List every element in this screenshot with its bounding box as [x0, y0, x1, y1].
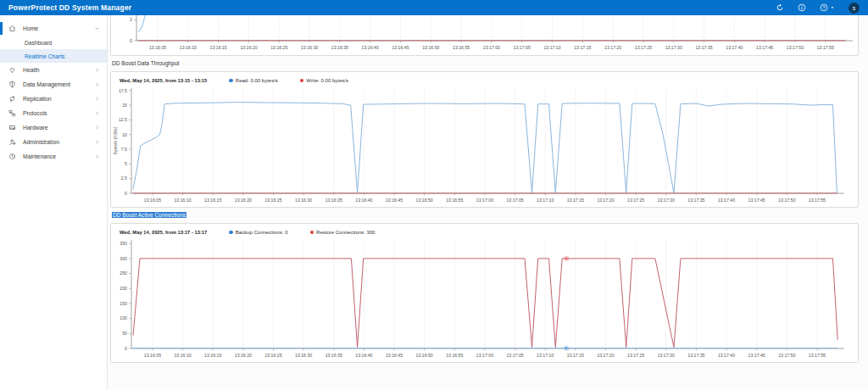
sidebar-item-hardware[interactable]: Hardware — [0, 120, 107, 135]
svg-text:13:17:55: 13:17:55 — [817, 45, 834, 50]
legend-item-backup: Backup Connections: 0 — [229, 230, 287, 235]
restore-series-dot — [310, 231, 314, 235]
svg-text:13:16:25: 13:16:25 — [270, 45, 287, 50]
svg-text:0: 0 — [125, 191, 127, 196]
sidebar-item-administration[interactable]: Administration — [0, 135, 107, 149]
connections-chart[interactable]: 13:16:0513:16:1013:16:1513:16:2013:16:25… — [111, 235, 858, 362]
protocols-icon — [8, 109, 16, 117]
chevron-right-icon — [94, 139, 100, 146]
app-header: PowerProtect DD System Manager ? s — [0, 0, 868, 15]
chevron-right-icon — [94, 153, 100, 160]
throughput-chart[interactable]: 13:16:0513:16:1013:16:1513:16:2013:16:25… — [111, 83, 858, 207]
connections-legend: Wed, May 14, 2025, from 13:17 - 13:17 Ba… — [111, 224, 858, 235]
svg-text:13:17:20: 13:17:20 — [597, 353, 614, 358]
svg-text:13:17:35: 13:17:35 — [687, 198, 704, 203]
svg-text:13:17:40: 13:17:40 — [726, 45, 743, 50]
svg-text:13:17:20: 13:17:20 — [597, 198, 614, 203]
svg-text:13:16:50: 13:16:50 — [422, 45, 439, 50]
svg-text:13:16:30: 13:16:30 — [295, 353, 312, 358]
legend-item-restore: Restore Connections: 300 — [310, 230, 376, 235]
svg-text:350: 350 — [120, 241, 127, 246]
legend-date: Wed, May 14, 2025, from 13:17 - 13:17 — [120, 230, 207, 235]
sidebar-item-realtime-charts[interactable]: Realtime Charts — [0, 49, 107, 63]
sidebar-item-maintenance[interactable]: Maintenance — [0, 149, 107, 164]
svg-text:13:17:50: 13:17:50 — [787, 45, 804, 50]
svg-text:13:16:55: 13:16:55 — [453, 45, 470, 50]
svg-text:13:16:35: 13:16:35 — [331, 45, 348, 50]
svg-text:13:17:15: 13:17:15 — [567, 353, 584, 358]
heart-icon — [8, 66, 16, 74]
svg-text:13:16:15: 13:16:15 — [204, 198, 221, 203]
chevron-right-icon — [94, 110, 100, 117]
user-admin-icon — [8, 138, 16, 146]
sidebar-item-protocols[interactable]: Protocols — [0, 106, 107, 120]
chart-card-connections: Wed, May 14, 2025, from 13:17 - 13:17 Ba… — [110, 223, 859, 363]
svg-text:100: 100 — [120, 315, 127, 320]
svg-text:13:16:15: 13:16:15 — [204, 353, 221, 358]
svg-text:13:16:05: 13:16:05 — [149, 45, 166, 50]
svg-text:13:17:55: 13:17:55 — [809, 198, 826, 203]
sidebar: Home Dashboard Realtime Charts Health Da… — [0, 15, 108, 390]
sidebar-item-home[interactable]: Home — [0, 21, 107, 36]
svg-text:Bytes/s (KiB/s): Bytes/s (KiB/s) — [113, 126, 118, 154]
svg-text:13:16:55: 13:16:55 — [446, 198, 463, 203]
svg-text:13:17:50: 13:17:50 — [778, 198, 795, 203]
refresh-icon[interactable] — [776, 3, 784, 12]
svg-text:13:16:10: 13:16:10 — [174, 353, 191, 358]
backup-series-dot — [229, 231, 233, 235]
chevron-down-icon — [830, 5, 835, 10]
svg-text:13:16:10: 13:16:10 — [174, 198, 191, 203]
sidebar-item-health[interactable]: Health — [0, 63, 107, 77]
chart-card-partial: 13:16:0513:16:1013:16:1513:16:2013:16:25… — [110, 15, 859, 56]
svg-text:0: 0 — [130, 38, 132, 43]
svg-text:13:16:05: 13:16:05 — [144, 353, 161, 358]
svg-text:13:17:45: 13:17:45 — [748, 198, 765, 203]
svg-text:13:16:25: 13:16:25 — [264, 198, 281, 203]
svg-text:13:16:10: 13:16:10 — [180, 45, 197, 50]
home-icon — [8, 25, 16, 32]
svg-text:300: 300 — [120, 256, 127, 261]
legend-date: Wed, May 14, 2025, from 13:15 - 13:15 — [120, 78, 207, 83]
svg-text:13:17:15: 13:17:15 — [574, 45, 591, 50]
svg-text:13:16:50: 13:16:50 — [416, 198, 433, 203]
svg-text:13:17:30: 13:17:30 — [665, 45, 682, 50]
sidebar-item-dashboard[interactable]: Dashboard — [0, 36, 107, 49]
svg-text:12.5: 12.5 — [119, 117, 127, 122]
svg-text:13:17:00: 13:17:00 — [483, 45, 500, 50]
svg-text:13:17:45: 13:17:45 — [748, 353, 765, 358]
svg-text:2.5: 2.5 — [121, 176, 127, 181]
user-avatar[interactable]: s — [849, 3, 860, 14]
svg-text:7.5: 7.5 — [121, 147, 127, 152]
svg-text:200: 200 — [120, 286, 127, 291]
svg-text:13:17:05: 13:17:05 — [506, 198, 523, 203]
svg-text:?: ? — [823, 5, 826, 10]
svg-text:13:17:25: 13:17:25 — [627, 353, 644, 358]
help-icon[interactable]: ? — [820, 3, 835, 12]
sidebar-item-replication[interactable]: Replication — [0, 92, 107, 106]
svg-text:150: 150 — [120, 301, 127, 306]
chevron-right-icon — [94, 81, 100, 88]
svg-text:13:17:10: 13:17:10 — [543, 45, 560, 50]
svg-text:13:16:25: 13:16:25 — [264, 353, 281, 358]
svg-text:13:16:35: 13:16:35 — [326, 353, 342, 358]
svg-text:13:17:20: 13:17:20 — [604, 45, 621, 50]
svg-text:13:16:40: 13:16:40 — [355, 198, 372, 203]
sidebar-item-data-management[interactable]: Data Management — [0, 77, 107, 92]
svg-text:13:16:15: 13:16:15 — [210, 45, 227, 50]
svg-text:13:16:20: 13:16:20 — [235, 353, 252, 358]
legend-item-write: Write: 0.00 bytes/s — [300, 78, 348, 83]
svg-text:13:16:35: 13:16:35 — [326, 198, 342, 203]
main-content: 13:16:0513:16:1013:16:1513:16:2013:16:25… — [108, 15, 868, 390]
info-icon[interactable] — [798, 3, 806, 12]
svg-text:13:16:40: 13:16:40 — [355, 353, 372, 358]
svg-text:13:17:15: 13:17:15 — [567, 198, 584, 203]
clock-icon — [8, 153, 16, 160]
svg-text:13:17:25: 13:17:25 — [627, 198, 644, 203]
svg-text:13:16:30: 13:16:30 — [301, 45, 318, 50]
chart-title-throughput: DD Boost Data Throughput — [112, 60, 859, 68]
svg-text:13:17:05: 13:17:05 — [506, 353, 523, 358]
svg-text:17.5: 17.5 — [119, 88, 127, 93]
sync-icon — [8, 95, 16, 103]
partial-chart[interactable]: 13:16:0513:16:1013:16:1513:16:2013:16:25… — [111, 15, 857, 54]
svg-text:13:16:20: 13:16:20 — [240, 45, 257, 50]
